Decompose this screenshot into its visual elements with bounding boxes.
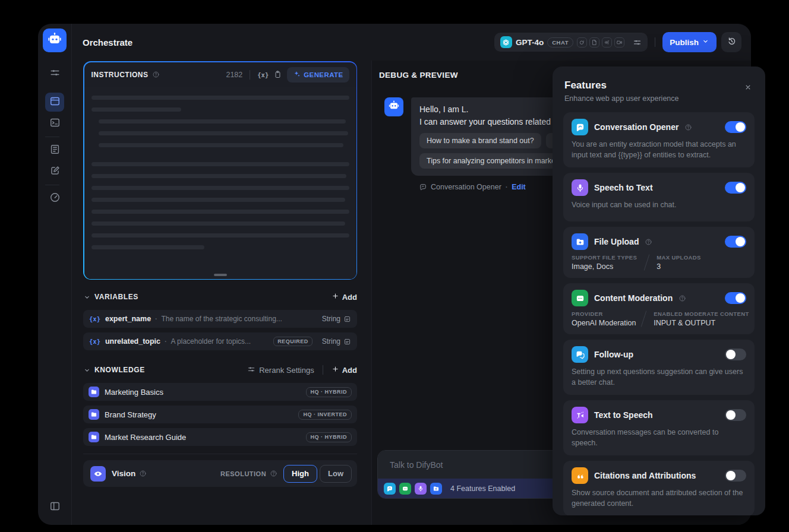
version-history-button[interactable] xyxy=(721,32,741,52)
instructions-editor[interactable] xyxy=(84,87,356,279)
chevron-down-icon[interactable] xyxy=(83,293,91,301)
suggested-question-chip[interactable]: How to make a brand stand out? xyxy=(419,133,541,148)
file-upload-toggle[interactable] xyxy=(725,236,746,248)
knowledge-row[interactable]: Market Research GuideHQ · HYBRID xyxy=(83,428,357,446)
chevron-down-icon[interactable] xyxy=(83,366,91,374)
help-icon[interactable] xyxy=(678,294,686,302)
feature-card-header: Content Moderation xyxy=(572,290,746,306)
meta-value: Image, Docs xyxy=(572,262,637,271)
instructions-header: INSTRUCTIONS 2182 {x} GENERATE xyxy=(84,62,356,87)
knowledge-row[interactable]: Brand StrategyHQ · INVERTED xyxy=(83,406,357,423)
vision-setting: Vision RESOLUTION HighLow xyxy=(83,460,357,487)
follow-up-toggle[interactable] xyxy=(725,349,746,360)
resize-handle[interactable] xyxy=(214,274,227,276)
feature-meta: SUPPORT FILE TYPESImage, DocsMAX UPLOADS… xyxy=(572,254,746,271)
redacted-text-line xyxy=(99,119,346,124)
robot-icon xyxy=(388,100,400,114)
features-card-list: Conversation OpenerYou are an entity ext… xyxy=(553,107,765,515)
redacted-text-line xyxy=(91,162,349,166)
variable-type: String xyxy=(322,315,351,323)
close-icon[interactable] xyxy=(741,81,755,94)
sidebar xyxy=(38,24,72,525)
publish-button[interactable]: Publish xyxy=(662,32,717,52)
knowledge-header: KNOWLEDGE Rerank Settings Add xyxy=(83,362,357,378)
sidebar-item-monitoring[interactable] xyxy=(45,189,64,208)
meta-divider xyxy=(641,311,647,327)
string-type-icon xyxy=(343,315,351,323)
citations-toggle[interactable] xyxy=(725,470,746,482)
help-icon[interactable] xyxy=(152,71,160,78)
help-icon[interactable] xyxy=(270,470,277,477)
add-variable-button[interactable]: Add xyxy=(332,292,357,302)
knowledge-name: Marketing Basics xyxy=(105,388,163,397)
resolution-low-button[interactable]: Low xyxy=(320,465,352,483)
redacted-text-line xyxy=(91,245,205,249)
feature-description: Voice input can be used in chat. xyxy=(572,200,746,210)
redacted-text-line xyxy=(91,174,347,178)
sidebar-item-terminal[interactable] xyxy=(45,114,64,133)
redacted-text-line xyxy=(91,233,349,238)
quote-icon xyxy=(572,467,588,484)
sliders-icon xyxy=(247,365,255,375)
audio-icon xyxy=(602,37,612,48)
variables-list: {x}expert_name·The name of the strategic… xyxy=(83,310,357,350)
conversation-opener-toggle[interactable] xyxy=(725,121,746,133)
robot-icon xyxy=(47,31,62,49)
instructions-panel: INSTRUCTIONS 2182 {x} GENERATE xyxy=(83,61,357,280)
features-title: Features xyxy=(564,80,753,91)
feature-card-text-to-speech[interactable]: Text to SpeechConversation messages can … xyxy=(563,400,755,455)
clipboard-icon[interactable] xyxy=(273,70,282,79)
app-logo[interactable] xyxy=(43,28,67,52)
meta-value: INPUT & OUTPUT xyxy=(654,319,746,327)
help-icon[interactable] xyxy=(645,238,652,246)
edit-opener-link[interactable]: Edit xyxy=(512,183,526,191)
help-icon[interactable] xyxy=(139,470,147,477)
variable-name: expert_name xyxy=(105,315,151,323)
variables-title: VARIABLES xyxy=(94,293,138,301)
feature-card-header: Citations and Attributions xyxy=(572,467,746,484)
mic-icon xyxy=(415,483,427,495)
vision-label: Vision xyxy=(112,469,135,478)
divider xyxy=(250,70,250,80)
window-icon xyxy=(49,96,61,109)
add-knowledge-button[interactable]: Add xyxy=(332,365,357,375)
model-selector[interactable]: GPT-4o CHAT xyxy=(494,33,648,52)
model-parameters-icon[interactable] xyxy=(633,38,642,47)
opener-label: Conversation Opener xyxy=(431,183,501,191)
content-moderation-toggle[interactable] xyxy=(725,292,746,304)
sidebar-item-annotations[interactable] xyxy=(45,162,64,181)
feature-title: File Upload xyxy=(594,237,639,246)
insert-variable-icon[interactable]: {x} xyxy=(257,71,269,78)
sidebar-item-orchestrate[interactable] xyxy=(45,93,64,112)
features-enabled-text: 4 Features Enabled xyxy=(450,484,515,493)
collapse-sidebar-button[interactable] xyxy=(45,498,64,517)
sidebar-item-logs[interactable] xyxy=(45,141,64,160)
rerank-settings-button[interactable]: Rerank Settings xyxy=(247,365,314,375)
knowledge-name: Market Research Guide xyxy=(105,433,186,442)
features-panel: Features Enhance web app user experience… xyxy=(553,66,765,515)
chat-opener-icon xyxy=(384,483,396,495)
resolution-label: RESOLUTION xyxy=(220,470,266,477)
feature-card-file-upload[interactable]: File UploadSUPPORT FILE TYPESImage, Docs… xyxy=(563,227,755,278)
resolution-high-button[interactable]: High xyxy=(283,465,317,483)
edit-icon xyxy=(49,165,61,179)
variable-row[interactable]: {x}expert_name·The name of the strategic… xyxy=(83,310,357,328)
text-to-speech-toggle[interactable] xyxy=(725,409,746,421)
history-icon xyxy=(727,36,737,49)
feature-card-follow-up[interactable]: Follow-upSetting up next questions sugge… xyxy=(563,340,755,395)
feature-card-citations[interactable]: Citations and AttributionsShow source do… xyxy=(563,461,755,515)
feature-title: Content Moderation xyxy=(594,293,673,303)
feature-title: Citations and Attributions xyxy=(594,471,696,480)
help-icon[interactable] xyxy=(684,124,692,131)
feature-card-conversation-opener[interactable]: Conversation OpenerYou are an entity ext… xyxy=(563,112,755,167)
folder-icon xyxy=(89,409,99,420)
suggested-question-chip[interactable]: Tips for analyzing competitors in market xyxy=(419,153,564,169)
knowledge-row[interactable]: Marketing BasicsHQ · HYBRID xyxy=(83,383,357,401)
variable-row[interactable]: {x}unrelated_topic·A placeholder for top… xyxy=(83,332,357,350)
feature-card-speech-to-text[interactable]: Speech to TextVoice input can be used in… xyxy=(563,173,755,221)
sidebar-item-settings[interactable] xyxy=(45,64,64,83)
generate-button[interactable]: GENERATE xyxy=(287,67,349,83)
speech-to-text-toggle[interactable] xyxy=(725,182,746,194)
char-count: 2182 xyxy=(226,71,242,79)
feature-card-content-moderation[interactable]: Content ModerationPROVIDEROpenAI Moderat… xyxy=(563,283,755,334)
